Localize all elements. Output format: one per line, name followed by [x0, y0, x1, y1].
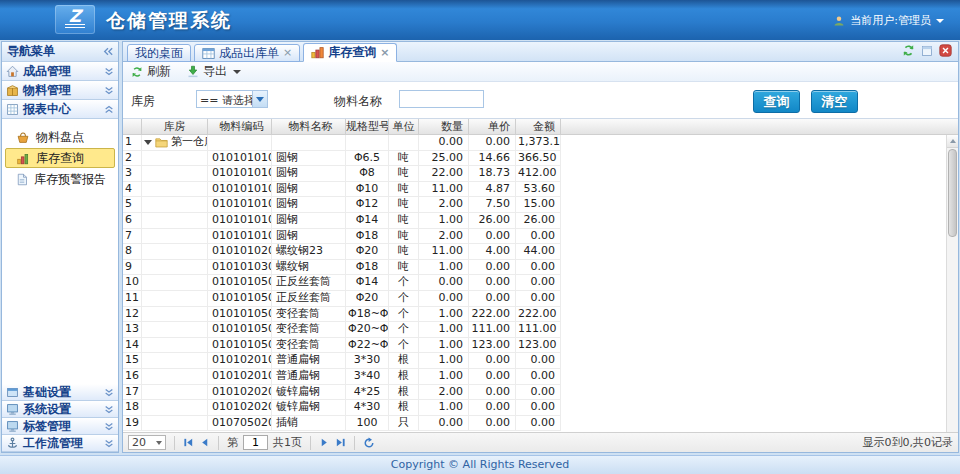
table-row[interactable]: 18 0101020202 镀锌扁钢 4*30 根 1.00 0.00 0.00	[123, 400, 958, 416]
sidebar-group-header[interactable]: 工作流管理	[2, 435, 118, 452]
chevron-double-icon	[104, 422, 114, 431]
column-header[interactable]: 规格型号	[346, 119, 389, 134]
menu-item-icon	[16, 152, 30, 165]
table-row[interactable]: 5 0101010104 圆钢 Φ12 吨 2.00 7.50 15.00	[123, 197, 958, 213]
column-header[interactable]: 库房	[142, 119, 208, 134]
cell-spec: 3*40	[346, 369, 389, 385]
column-header[interactable]: 单位	[389, 119, 419, 134]
tree-expand-icon[interactable]	[144, 140, 152, 145]
cell-spec: 4*25	[346, 385, 389, 401]
cell-unit: 个	[389, 275, 419, 291]
table-row[interactable]: 15 0101020101 普通扁钢 3*30 根 1.00 0.00 0.00	[123, 353, 958, 369]
sidebar-group-header[interactable]: 报表中心	[2, 100, 118, 119]
cell-warehouse	[142, 400, 208, 416]
sidebar-menu-item[interactable]: 库存预警报告	[5, 169, 115, 189]
vertical-scrollbar[interactable]	[946, 135, 958, 432]
first-page-button[interactable]	[183, 437, 194, 448]
cell-material-name: 镀锌扁钢	[272, 385, 346, 401]
query-button[interactable]: 查询	[753, 90, 800, 113]
cell-unit-price: 111.00	[469, 322, 516, 338]
scroll-up-icon[interactable]	[947, 135, 958, 148]
sidebar-menu-item[interactable]: 物料盘点	[5, 127, 115, 147]
refresh-icon	[131, 66, 143, 78]
tab-close-icon[interactable]: ×	[283, 48, 292, 58]
cell-spec: Φ20	[346, 244, 389, 260]
table-row[interactable]: 9 0101010309 螺纹钢 Φ18 吨 1.00 0.00 0.00	[123, 260, 958, 276]
sidebar-group-header[interactable]: 基础设置	[2, 384, 118, 401]
table-row[interactable]: 11 010101050204 正反丝套筒 Φ20 个 0.00 0.00 0.…	[123, 291, 958, 307]
export-dropdown-icon[interactable]	[233, 70, 241, 74]
app-footer: Copyright © All Rights Reserved	[0, 455, 960, 474]
cell-material-code	[208, 135, 272, 151]
app-header: Z 仓储管理系统 当前用户:管理员	[0, 0, 960, 40]
menu-item-label: 库存预警报告	[34, 171, 106, 188]
export-button[interactable]: 导出	[187, 63, 241, 80]
cell-quantity: 1.00	[419, 400, 469, 416]
table-row[interactable]: 8 0101010205 螺纹钢23 Φ20 吨 11.00 4.00 44.0…	[123, 244, 958, 260]
sidebar-group-icon	[6, 420, 19, 433]
column-header[interactable]: 单价	[469, 119, 516, 134]
tab-close-icon[interactable]: ×	[380, 48, 389, 58]
cell-material-name: 圆钢	[272, 151, 346, 167]
table-row[interactable]: 3 0101010102 圆钢 Φ8 吨 22.00 18.73 412.00	[123, 166, 958, 182]
last-page-button[interactable]	[335, 437, 346, 448]
sidebar-menu-item[interactable]: 库存查询	[5, 148, 115, 168]
cell-unit: 根	[389, 369, 419, 385]
cell-material-name	[272, 135, 346, 151]
next-page-button[interactable]	[319, 437, 330, 448]
cell-material-name: 圆钢	[272, 182, 346, 198]
sidebar-group-header[interactable]: 物料管理	[2, 81, 118, 100]
tab[interactable]: 我的桌面	[127, 44, 191, 62]
tab[interactable]: 成品出库单 ×	[194, 44, 300, 62]
prev-page-button[interactable]	[199, 437, 210, 448]
column-header[interactable]: 金额	[516, 119, 561, 134]
warehouse-select-value: == 请选择 ==	[197, 91, 252, 107]
clear-button[interactable]: 清空	[811, 90, 858, 113]
refresh-button[interactable]: 刷新	[131, 63, 171, 80]
cell-spec: Φ18	[346, 229, 389, 245]
cell-spec: 4*30	[346, 400, 389, 416]
sidebar-group-header[interactable]: 成品管理	[2, 62, 118, 81]
refresh-tab-icon[interactable]	[902, 44, 915, 57]
material-name-input[interactable]	[399, 90, 484, 108]
close-icon[interactable]	[939, 44, 952, 57]
export-icon	[187, 65, 199, 78]
cell-warehouse	[142, 291, 208, 307]
warehouse-select[interactable]: == 请选择 ==	[196, 90, 268, 108]
column-header[interactable]: 物料名称	[272, 119, 346, 134]
table-row[interactable]: 14 010101050303 变径套筒 Φ22~Φ25 个 1.00 123.…	[123, 338, 958, 354]
cell-unit-price: 0.00	[469, 369, 516, 385]
table-row[interactable]: 2 0101010101 圆钢 Φ6.5 吨 25.00 14.66 366.5…	[123, 151, 958, 167]
maximize-icon[interactable]	[921, 45, 933, 57]
column-header[interactable]: 数量	[419, 119, 469, 134]
sidebar-group-header[interactable]: 标签管理	[2, 418, 118, 435]
table-row[interactable]: 12 010101050301 变径套筒 Φ18~Φ20 个 1.00 222.…	[123, 307, 958, 323]
table-row[interactable]: 10 010101050201 正反丝套筒 Φ14 个 0.00 0.00 0.…	[123, 275, 958, 291]
cell-rownum: 18	[123, 400, 142, 416]
page-size-select[interactable]: 20	[128, 435, 166, 450]
table-row[interactable]: 1 第一仓库 0.00 0.00 1,373.10	[123, 135, 958, 151]
cell-warehouse	[142, 322, 208, 338]
sidebar-group-header[interactable]: 系统设置	[2, 401, 118, 418]
current-user-menu[interactable]: 当前用户:管理员	[833, 13, 944, 28]
menu-item-icon	[16, 173, 28, 186]
column-header[interactable]: 物料编码	[208, 119, 272, 134]
table-row[interactable]: 7 0101010107 圆钢 Φ18 吨 2.00 0.00 0.00	[123, 229, 958, 245]
table-row[interactable]: 16 0101020102 普通扁钢 3*40 根 1.00 0.00 0.00	[123, 369, 958, 385]
sidebar-group-icon	[6, 103, 19, 116]
page-number-input[interactable]	[243, 435, 268, 450]
table-row[interactable]: 6 0101010105 圆钢 Φ14 吨 1.00 26.00 26.00	[123, 213, 958, 229]
cell-amount: 0.00	[516, 275, 561, 291]
table-row[interactable]: 4 0101010103 圆钢 Φ10 吨 11.00 4.87 53.60	[123, 182, 958, 198]
table-row[interactable]: 19 0107050201 插销 100 只 0.00 0.00 0.00	[123, 416, 958, 432]
pager-refresh-icon[interactable]	[363, 437, 375, 449]
cell-material-code: 0101010104	[208, 197, 272, 213]
collapse-sidebar-icon[interactable]	[103, 47, 113, 56]
scrollbar-thumb[interactable]	[948, 149, 957, 237]
table-row[interactable]: 17 0101020201 镀锌扁钢 4*25 根 2.00 0.00 0.00	[123, 385, 958, 401]
tab[interactable]: 库存查询 ×	[303, 43, 397, 62]
table-row[interactable]: 13 010101050302 变径套筒 Φ20~Φ22 个 1.00 111.…	[123, 322, 958, 338]
cell-warehouse	[142, 416, 208, 432]
select-chevron-icon[interactable]	[252, 91, 267, 107]
cell-warehouse	[142, 244, 208, 260]
